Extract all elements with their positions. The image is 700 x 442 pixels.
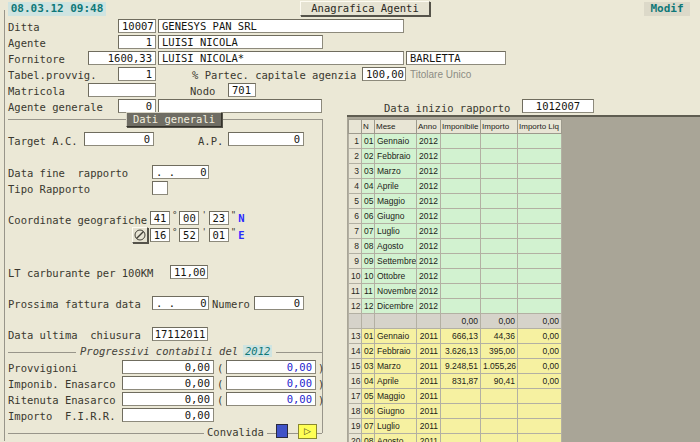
table-row[interactable]: 1010Ottobre2012 <box>349 269 562 284</box>
progressivi-title: Progressivi contabili del2012 <box>76 345 276 357</box>
lon-min-field[interactable]: 52 <box>179 228 199 242</box>
table-row[interactable]: 505Maggio2012 <box>349 194 562 209</box>
screen-title-button[interactable]: Anagrafica Agenti <box>300 1 430 16</box>
partec-capitale-field[interactable]: 100,00 <box>362 67 406 81</box>
target-ap-field[interactable]: 0 <box>228 132 304 146</box>
progressivi-title-text: Progressivi contabili del <box>80 345 238 357</box>
cell-mese: Aprile <box>375 374 417 389</box>
importo-firr-field[interactable]: 0,00 <box>122 408 214 422</box>
cell-anno: 2012 <box>417 149 441 164</box>
cell-impo <box>481 404 518 419</box>
cell-n: 01 <box>362 134 375 149</box>
col-anno-header: Anno <box>417 120 441 134</box>
target-ac-field[interactable]: 0 <box>84 132 154 146</box>
table-row[interactable]: 1212Dicembre2012 <box>349 299 562 314</box>
lat-sec-field[interactable]: 23 <box>209 211 229 225</box>
table-row[interactable]: 2008Agosto2011 <box>349 434 562 442</box>
monthly-commissions-table: N Mese Anno Imponibile Importo Importo L… <box>348 119 562 442</box>
minute-symbol: ' <box>201 227 206 237</box>
ultima-chiusura-field[interactable]: 17112011 <box>152 327 208 341</box>
cell-no: 3 <box>349 164 362 179</box>
ditta-code-field[interactable]: 10007 <box>118 19 156 33</box>
fornitore-name-field[interactable]: LUISI NICOLA* <box>158 51 404 65</box>
table-row[interactable]: 1402Febbraio20113.626,13395,000,00 <box>349 344 562 359</box>
table-row[interactable]: 1604Aprile2011831,8790,410,00 <box>349 374 562 389</box>
table-row[interactable]: 1907Luglio2011 <box>349 419 562 434</box>
cell-mese: Maggio <box>375 194 417 209</box>
cell-no: 12 <box>349 299 362 314</box>
table-row[interactable]: 1705Maggio2011 <box>349 389 562 404</box>
cell-n: 09 <box>362 254 375 269</box>
table-row[interactable]: 404Aprile2012 <box>349 179 562 194</box>
data-inizio-rapporto-field[interactable]: 1012007 <box>522 99 594 113</box>
ritenuta-enasarco-field[interactable]: 0,00 <box>122 392 214 406</box>
table-row[interactable]: 202Febbraio2012 <box>349 149 562 164</box>
numero-field[interactable]: 0 <box>254 296 304 310</box>
compass-button[interactable] <box>132 227 148 243</box>
cell-n: 07 <box>362 419 375 434</box>
cell-imp: 3.626,13 <box>441 344 481 359</box>
cell-liq <box>518 134 562 149</box>
imponib-enasarco-alt-field[interactable]: 0,00 <box>226 376 316 390</box>
dati-generali-button[interactable]: Dati generali <box>126 112 222 127</box>
cell-imp <box>441 209 481 224</box>
cell-anno: 2011 <box>417 344 441 359</box>
lat-min-field[interactable]: 00 <box>179 211 199 225</box>
cell-mese: Marzo <box>375 359 417 374</box>
imponib-enasarco-field[interactable]: 0,00 <box>122 376 214 390</box>
tabel-provvig-field[interactable]: 1 <box>118 67 156 81</box>
carburante-label: LT carburante per 100KM <box>8 267 153 279</box>
col-importo-liq-header: Importo Liq <box>518 120 562 134</box>
cell-impo <box>481 254 518 269</box>
ritenuta-enasarco-alt-field[interactable]: 0,00 <box>226 392 316 406</box>
agente-generale-name-field[interactable] <box>158 99 322 113</box>
table-row[interactable]: 1503Marzo20119.248,511.055,260,00 <box>349 359 562 374</box>
cell-imp <box>441 224 481 239</box>
table-row[interactable]: 606Giugno2012 <box>349 209 562 224</box>
table-row[interactable]: 808Agosto2012 <box>349 239 562 254</box>
agente-code-field[interactable]: 1 <box>118 35 156 49</box>
agente-name-field[interactable]: LUISI NICOLA <box>158 35 323 49</box>
prossima-fattura-data-field[interactable]: . . 0 <box>152 296 209 310</box>
cell-no: 16 <box>349 374 362 389</box>
provvigioni-field[interactable]: 0,00 <box>122 360 214 374</box>
fornitore-code-field[interactable]: 1600,33 <box>88 51 156 65</box>
cell-anno: 2012 <box>417 134 441 149</box>
col-rownum-header <box>349 120 362 134</box>
cell-imp: 666,13 <box>441 329 481 344</box>
prossima-fattura-label: Prossima fattura data <box>8 298 141 310</box>
lon-deg-field[interactable]: 16 <box>150 228 170 242</box>
cell-mese: Aprile <box>375 179 417 194</box>
nodo-label: Nodo <box>190 85 215 97</box>
cell-anno: 2012 <box>417 224 441 239</box>
nodo-field[interactable]: 701 <box>228 83 256 97</box>
data-fine-rapporto-field[interactable]: . . 0 <box>152 165 209 179</box>
lat-deg-field[interactable]: 41 <box>150 211 170 225</box>
cell-n: 02 <box>362 344 375 359</box>
table-row[interactable]: 101Gennaio2012 <box>349 134 562 149</box>
convalida-run-button[interactable]: ▷ <box>298 424 317 439</box>
agente-generale-code-field[interactable]: 0 <box>118 99 156 113</box>
fornitore-city-field[interactable]: BARLETTA <box>406 51 506 65</box>
table-row[interactable]: 303Marzo2012 <box>349 164 562 179</box>
table-row[interactable]: 1111Novembre2012 <box>349 284 562 299</box>
table-row[interactable]: 707Luglio2012 <box>349 224 562 239</box>
lon-sec-field[interactable]: 01 <box>209 228 229 242</box>
table-row[interactable]: 1301Gennaio2011666,1344,360,00 <box>349 329 562 344</box>
provvigioni-alt-field[interactable]: 0,00 <box>226 360 316 374</box>
cell-n: 07 <box>362 224 375 239</box>
carburante-field[interactable]: 11,00 <box>170 265 208 279</box>
matricola-field[interactable] <box>88 83 156 97</box>
ditta-name-field[interactable]: GENESYS PAN SRL <box>158 19 404 33</box>
cell-impo <box>481 209 518 224</box>
table-row[interactable]: 909Settembre2012 <box>349 254 562 269</box>
cell-n: 06 <box>362 209 375 224</box>
cell-liq <box>518 149 562 164</box>
table-row[interactable]: 1806Giugno2011 <box>349 404 562 419</box>
table-total-row[interactable]: 0,000,000,00 <box>349 314 562 329</box>
convalida-status-box[interactable] <box>276 424 288 438</box>
lat-direction: N <box>238 212 244 224</box>
cell-anno: 2011 <box>417 329 441 344</box>
cell-n: 12 <box>362 299 375 314</box>
tipo-rapporto-field[interactable] <box>152 181 168 195</box>
